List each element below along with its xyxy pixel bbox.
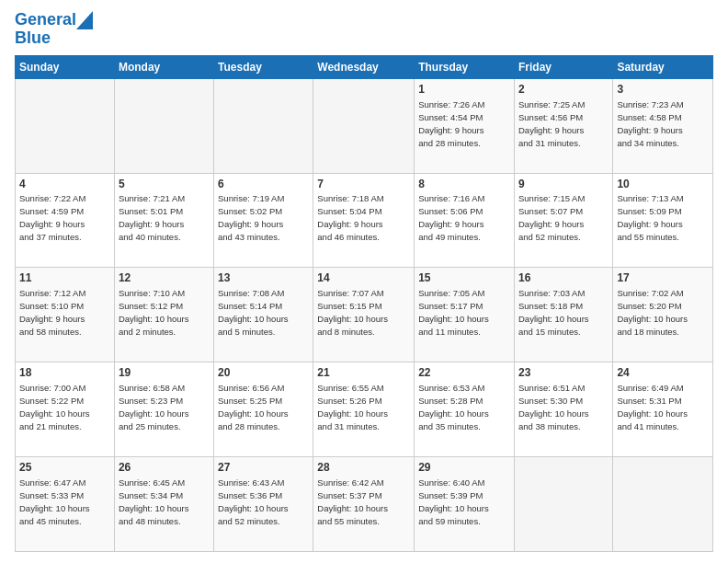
day-detail: Sunrise: 7:19 AM Sunset: 5:02 PM Dayligh… — [218, 193, 284, 242]
calendar-week-2: 4Sunrise: 7:22 AM Sunset: 4:59 PM Daylig… — [16, 173, 713, 268]
day-header-thursday: Thursday — [415, 55, 515, 78]
day-number: 23 — [518, 365, 609, 381]
day-detail: Sunrise: 6:56 AM Sunset: 5:25 PM Dayligh… — [218, 383, 289, 431]
day-number: 22 — [418, 365, 510, 381]
day-detail: Sunrise: 6:43 AM Sunset: 5:36 PM Dayligh… — [218, 477, 289, 526]
day-detail: Sunrise: 7:07 AM Sunset: 5:15 PM Dayligh… — [317, 288, 388, 337]
day-detail: Sunrise: 7:03 AM Sunset: 5:18 PM Dayligh… — [518, 288, 589, 337]
logo-general: General — [15, 11, 76, 29]
calendar-week-5: 25Sunrise: 6:47 AM Sunset: 5:33 PM Dayli… — [16, 457, 713, 552]
calendar-cell: 23Sunrise: 6:51 AM Sunset: 5:30 PM Dayli… — [514, 362, 612, 457]
calendar-cell: 16Sunrise: 7:03 AM Sunset: 5:18 PM Dayli… — [514, 268, 612, 362]
calendar-cell: 2Sunrise: 7:25 AM Sunset: 4:56 PM Daylig… — [514, 78, 612, 173]
day-number: 27 — [218, 460, 309, 476]
day-number: 15 — [418, 270, 510, 286]
calendar-cell: 27Sunrise: 6:43 AM Sunset: 5:36 PM Dayli… — [214, 457, 313, 552]
day-detail: Sunrise: 7:00 AM Sunset: 5:22 PM Dayligh… — [19, 383, 90, 431]
day-detail: Sunrise: 7:02 AM Sunset: 5:20 PM Dayligh… — [617, 288, 688, 337]
day-number: 19 — [119, 365, 210, 381]
calendar-cell: 20Sunrise: 6:56 AM Sunset: 5:25 PM Dayli… — [214, 362, 313, 457]
day-detail: Sunrise: 6:40 AM Sunset: 5:39 PM Dayligh… — [418, 477, 489, 526]
calendar-cell: 28Sunrise: 6:42 AM Sunset: 5:37 PM Dayli… — [313, 457, 415, 552]
day-detail: Sunrise: 6:53 AM Sunset: 5:28 PM Dayligh… — [418, 383, 489, 431]
calendar-cell: 26Sunrise: 6:45 AM Sunset: 5:34 PM Dayli… — [114, 457, 213, 552]
day-number: 1 — [418, 82, 510, 98]
day-number: 5 — [119, 177, 210, 192]
day-number: 7 — [317, 177, 410, 192]
calendar-cell — [16, 78, 115, 173]
calendar-cell: 18Sunrise: 7:00 AM Sunset: 5:22 PM Dayli… — [16, 362, 115, 457]
day-detail: Sunrise: 7:21 AM Sunset: 5:01 PM Dayligh… — [119, 193, 185, 242]
day-number: 20 — [218, 365, 309, 381]
day-number: 11 — [19, 270, 110, 286]
day-number: 6 — [218, 177, 309, 192]
calendar-cell: 11Sunrise: 7:12 AM Sunset: 5:10 PM Dayli… — [16, 268, 115, 362]
calendar-cell — [514, 457, 612, 552]
day-number: 10 — [617, 177, 709, 192]
day-header-saturday: Saturday — [613, 55, 713, 78]
day-header-tuesday: Tuesday — [214, 55, 313, 78]
day-number: 13 — [218, 270, 309, 286]
calendar-cell: 22Sunrise: 6:53 AM Sunset: 5:28 PM Dayli… — [415, 362, 515, 457]
calendar-week-1: 1Sunrise: 7:26 AM Sunset: 4:54 PM Daylig… — [16, 78, 713, 173]
calendar-cell: 1Sunrise: 7:26 AM Sunset: 4:54 PM Daylig… — [415, 78, 515, 173]
day-header-wednesday: Wednesday — [313, 55, 415, 78]
day-number: 12 — [119, 270, 210, 286]
day-detail: Sunrise: 7:10 AM Sunset: 5:12 PM Dayligh… — [119, 288, 189, 337]
day-header-sunday: Sunday — [16, 55, 115, 78]
day-detail: Sunrise: 6:55 AM Sunset: 5:26 PM Dayligh… — [317, 383, 388, 431]
day-number: 14 — [317, 270, 410, 286]
day-number: 21 — [317, 365, 410, 381]
day-number: 4 — [19, 177, 110, 192]
day-number: 2 — [518, 82, 609, 98]
day-detail: Sunrise: 6:47 AM Sunset: 5:33 PM Dayligh… — [19, 477, 90, 526]
day-number: 25 — [19, 460, 110, 476]
calendar-cell: 21Sunrise: 6:55 AM Sunset: 5:26 PM Dayli… — [313, 362, 415, 457]
day-detail: Sunrise: 7:18 AM Sunset: 5:04 PM Dayligh… — [317, 193, 383, 242]
day-detail: Sunrise: 7:08 AM Sunset: 5:14 PM Dayligh… — [218, 288, 289, 337]
calendar-cell — [214, 78, 313, 173]
day-detail: Sunrise: 7:15 AM Sunset: 5:07 PM Dayligh… — [518, 193, 585, 242]
calendar-cell: 14Sunrise: 7:07 AM Sunset: 5:15 PM Dayli… — [313, 268, 415, 362]
day-detail: Sunrise: 7:16 AM Sunset: 5:06 PM Dayligh… — [418, 193, 484, 242]
calendar-cell: 4Sunrise: 7:22 AM Sunset: 4:59 PM Daylig… — [16, 173, 115, 268]
day-detail: Sunrise: 6:45 AM Sunset: 5:34 PM Dayligh… — [119, 477, 189, 526]
calendar-cell — [613, 457, 713, 552]
calendar-cell: 8Sunrise: 7:16 AM Sunset: 5:06 PM Daylig… — [415, 173, 515, 268]
day-number: 17 — [617, 270, 709, 286]
day-detail: Sunrise: 7:22 AM Sunset: 4:59 PM Dayligh… — [19, 193, 85, 242]
day-header-friday: Friday — [514, 55, 612, 78]
logo-triangle-icon — [76, 11, 93, 29]
day-detail: Sunrise: 7:26 AM Sunset: 4:54 PM Dayligh… — [418, 99, 484, 148]
day-number: 24 — [617, 365, 709, 381]
day-detail: Sunrise: 7:05 AM Sunset: 5:17 PM Dayligh… — [418, 288, 489, 337]
day-detail: Sunrise: 6:58 AM Sunset: 5:23 PM Dayligh… — [119, 383, 189, 431]
calendar-page: General Blue SundayMondayTuesdayWednesda… — [0, 0, 728, 563]
calendar-cell: 17Sunrise: 7:02 AM Sunset: 5:20 PM Dayli… — [613, 268, 713, 362]
day-number: 9 — [518, 177, 609, 192]
day-number: 26 — [119, 460, 210, 476]
calendar-cell: 10Sunrise: 7:13 AM Sunset: 5:09 PM Dayli… — [613, 173, 713, 268]
calendar-week-4: 18Sunrise: 7:00 AM Sunset: 5:22 PM Dayli… — [16, 362, 713, 457]
svg-marker-0 — [76, 11, 93, 29]
calendar-cell: 12Sunrise: 7:10 AM Sunset: 5:12 PM Dayli… — [114, 268, 213, 362]
calendar-cell — [313, 78, 415, 173]
day-header-monday: Monday — [114, 55, 213, 78]
day-detail: Sunrise: 6:49 AM Sunset: 5:31 PM Dayligh… — [617, 383, 688, 431]
calendar-cell: 7Sunrise: 7:18 AM Sunset: 5:04 PM Daylig… — [313, 173, 415, 268]
day-number: 29 — [418, 460, 510, 476]
day-detail: Sunrise: 7:12 AM Sunset: 5:10 PM Dayligh… — [19, 288, 85, 337]
calendar-cell: 5Sunrise: 7:21 AM Sunset: 5:01 PM Daylig… — [114, 173, 213, 268]
day-number: 3 — [617, 82, 709, 98]
calendar-cell: 13Sunrise: 7:08 AM Sunset: 5:14 PM Dayli… — [214, 268, 313, 362]
day-number: 16 — [518, 270, 609, 286]
calendar-week-3: 11Sunrise: 7:12 AM Sunset: 5:10 PM Dayli… — [16, 268, 713, 362]
calendar-cell: 9Sunrise: 7:15 AM Sunset: 5:07 PM Daylig… — [514, 173, 612, 268]
header: General Blue — [15, 11, 713, 48]
day-number: 8 — [418, 177, 510, 192]
day-detail: Sunrise: 7:25 AM Sunset: 4:56 PM Dayligh… — [518, 99, 585, 148]
day-detail: Sunrise: 7:23 AM Sunset: 4:58 PM Dayligh… — [617, 99, 683, 148]
calendar-cell: 24Sunrise: 6:49 AM Sunset: 5:31 PM Dayli… — [613, 362, 713, 457]
calendar-cell — [114, 78, 213, 173]
calendar-table: SundayMondayTuesdayWednesdayThursdayFrid… — [15, 55, 713, 552]
